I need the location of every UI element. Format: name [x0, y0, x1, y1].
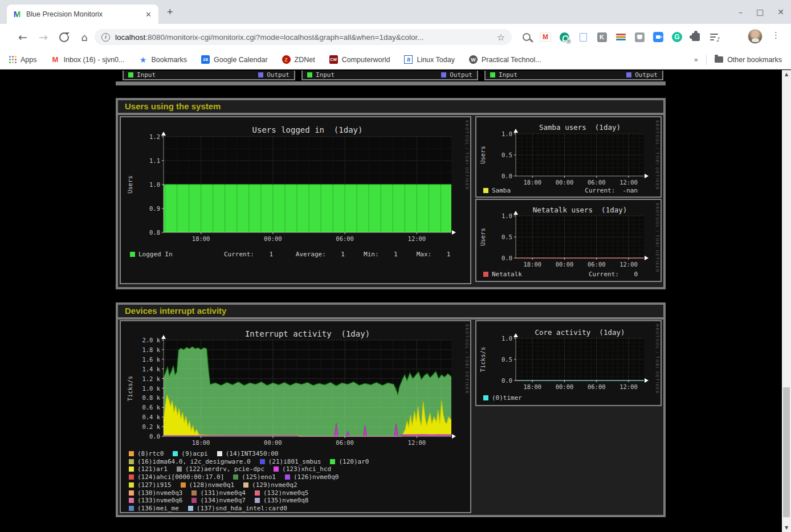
y-tick-label: 1.8 k: [135, 346, 160, 353]
search-extension-icon[interactable]: [521, 31, 532, 43]
axis-right-arrow: [452, 230, 456, 235]
axis-right-arrow: [645, 256, 649, 260]
linux-today-icon: lt: [404, 55, 413, 64]
bookmark-star-icon[interactable]: ☆: [497, 32, 505, 43]
pocket-extension-icon[interactable]: [634, 31, 645, 43]
legend-label: (121)ar1: [137, 465, 168, 473]
scrollbar-thumb[interactable]: [783, 387, 790, 517]
bookmark-item[interactable]: 28Google Calendar: [201, 55, 268, 64]
interrupt_activity-graph: Interrupt activity (1day)Ticks/s2.0 k1.8…: [120, 320, 471, 513]
top-row-graph-panel: InputOutput: [301, 71, 478, 80]
top-row-graph-panel: InputOutput: [484, 71, 663, 80]
gmail-extension-icon[interactable]: M: [540, 31, 551, 43]
y-axis-label: Users: [479, 228, 486, 246]
scroll-down-arrow[interactable]: ▼: [782, 523, 791, 532]
rrdtool-watermark: RRDTOOL / TOBI OETIKER: [655, 203, 659, 273]
top-row-section: InputOutputInputOutputInputOutput: [116, 71, 666, 85]
graph-title: Core activity (1day): [535, 328, 625, 337]
other-bookmarks[interactable]: Other bookmarks: [715, 56, 782, 64]
rrdtool-watermark: RRDTOOL / TOBI OETIKER: [464, 324, 469, 394]
minimize-button[interactable]: –: [739, 7, 743, 17]
legend-swatch: [191, 490, 197, 496]
maximize-button[interactable]: □: [756, 7, 764, 17]
reload-icon: [59, 32, 69, 42]
top-row-legend: InputOutput: [307, 71, 472, 79]
url-text[interactable]: localhost:8080/monitorix-cgi/monitorix.c…: [115, 33, 492, 42]
plot-area: [164, 340, 451, 436]
x-tick-label: 00:00: [552, 383, 577, 390]
browser-tab[interactable]: M Blue Precision Monitorix ✕: [7, 5, 158, 24]
books-extension-icon[interactable]: [615, 31, 626, 43]
y-axis-label: Users: [479, 146, 486, 164]
samba_users-graph: Samba users (1day)Users1.00.50.018:0000:…: [475, 116, 662, 198]
legend-swatch: [129, 466, 134, 472]
back-button[interactable]: ←: [15, 30, 30, 44]
x-tick-label: 12:00: [404, 439, 429, 446]
browser-menu-icon[interactable]: ⋮: [772, 30, 780, 40]
x-tick-label: 06:00: [584, 383, 609, 390]
bookmark-item[interactable]: CWComputerworld: [329, 55, 390, 64]
bookmark-item[interactable]: Apps: [9, 56, 37, 64]
bookmark-item[interactable]: MInbox (16) - sjvn0...: [51, 55, 125, 64]
legend-swatch: [191, 498, 197, 503]
legend-swatch: [483, 188, 488, 193]
y-tick-label: 1.2 k: [135, 375, 160, 382]
devices-section-title: Devices interrupt activity: [118, 305, 663, 320]
legend-swatch: [243, 482, 248, 488]
home-button[interactable]: ⌂: [77, 30, 92, 44]
y-axis-label: Ticks/s: [479, 347, 486, 372]
legend-swatch: [129, 474, 134, 480]
rrdtool-watermark: RRDTOOL / TOBI OETIKER: [655, 324, 659, 394]
axis-right-arrow: [452, 434, 456, 439]
grammarly-extension-icon[interactable]: G: [671, 31, 683, 43]
legend-swatch: [274, 466, 279, 472]
scrollbar[interactable]: ▲ ▼: [782, 70, 791, 532]
graph-title: Users logged in (1day): [252, 125, 363, 134]
y-tick-label: 1.6 k: [135, 356, 160, 363]
legend-label: (123)xhci_hcd: [282, 465, 331, 473]
legend-swatch: [255, 498, 260, 503]
y-tick-label: 1.0: [487, 212, 512, 219]
users-section-content: Users logged in (1day)Users1.21.11.00.90…: [118, 115, 663, 287]
axis-right-arrow: [645, 378, 649, 383]
legend-swatch: [177, 466, 182, 472]
bookmark-label: Inbox (16) - sjvn0...: [64, 56, 125, 64]
y-tick-label: 1.0: [487, 335, 512, 342]
extensions-puzzle-icon[interactable]: [690, 31, 702, 43]
legend-label: (125)eno1: [242, 473, 276, 481]
url-bar[interactable]: i localhost:8080/monitorix-cgi/monitorix…: [95, 29, 512, 45]
scroll-up-arrow[interactable]: ▲: [782, 70, 791, 79]
bookmark-label: Apps: [21, 56, 37, 64]
copy-extension-icon[interactable]: [577, 31, 589, 43]
graph-legend-row: (0)timer: [483, 394, 531, 402]
y-tick-label: 0.5: [487, 234, 512, 240]
legend-swatch: [129, 498, 134, 503]
forward-button[interactable]: →: [36, 30, 51, 44]
window-close-button[interactable]: ✕: [777, 7, 784, 17]
graph-legend-row: (16)idma64.0, i2c_designware.0(21)i801_s…: [129, 458, 378, 465]
x-tick-label: 06:00: [584, 179, 609, 186]
bookmark-item[interactable]: ltLinux Today: [404, 55, 455, 64]
x-tick-label: 00:00: [260, 439, 286, 446]
page-info-icon[interactable]: i: [101, 33, 110, 42]
bookmark-label: Computerworld: [342, 56, 390, 64]
graph-legend-row: (136)mei_me(137)snd_hda_intel:card0: [129, 505, 296, 512]
bookmarks-overflow-chevron[interactable]: »: [694, 55, 698, 64]
profile-avatar[interactable]: [748, 29, 763, 44]
section-bottom-border: [116, 81, 666, 85]
gray-extension-icon[interactable]: K: [596, 31, 607, 43]
bookmark-item[interactable]: ★Bookmarks: [139, 55, 187, 64]
legend-swatch: [260, 459, 265, 464]
tab-close-icon[interactable]: ✕: [144, 10, 153, 19]
bookmark-item[interactable]: WPractical Technol...: [469, 55, 541, 64]
legend-swatch: [129, 451, 134, 456]
bookmark-label: ZDNet: [295, 56, 315, 64]
bookmark-item[interactable]: ZZDNet: [282, 55, 315, 64]
playlist-extension-icon[interactable]: ♪: [709, 31, 720, 43]
new-tab-button[interactable]: +: [167, 6, 173, 18]
legend-label: (122)aerdrv, pcie-dpc: [185, 465, 264, 473]
reload-button[interactable]: [56, 30, 71, 44]
google-voice-extension-icon[interactable]: [558, 31, 570, 43]
legend-label: (128)nvme0q1: [189, 481, 234, 489]
zoom-camera-extension-icon[interactable]: [653, 31, 664, 43]
